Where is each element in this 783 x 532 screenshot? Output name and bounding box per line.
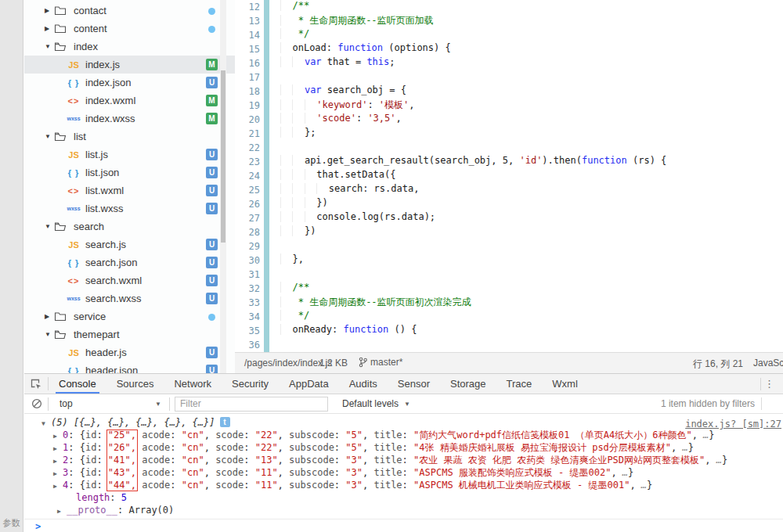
code-line[interactable] bbox=[280, 268, 783, 282]
code-line[interactable]: console.log(rs.data); bbox=[280, 211, 783, 225]
gutter-line[interactable]: 31 bbox=[235, 268, 272, 282]
gutter-line[interactable]: 23 bbox=[235, 155, 272, 169]
code-line[interactable]: 'keyword': '模板', bbox=[280, 99, 783, 113]
git-branch[interactable]: master* bbox=[359, 357, 402, 368]
tree-file-search.json[interactable]: { }search.jsonU bbox=[24, 253, 235, 271]
code-line[interactable]: onReady: function () { bbox=[280, 324, 783, 338]
tree-folder-search[interactable]: ▼search bbox=[24, 217, 235, 235]
tree-folder-content[interactable]: ▶content bbox=[24, 20, 235, 38]
code-line[interactable]: }) bbox=[280, 197, 783, 211]
scrollbar-thumb[interactable] bbox=[221, 70, 226, 243]
tree-file-list.wxss[interactable]: wxsslist.wxssU bbox=[24, 200, 235, 217]
gutter-line[interactable]: 29 bbox=[235, 239, 272, 253]
gutter-line[interactable]: 27 bbox=[235, 211, 272, 225]
tree-file-index.js[interactable]: JSindex.jsM bbox=[24, 56, 235, 74]
log-levels-selector[interactable]: Default levels ▼ bbox=[342, 398, 410, 409]
code-line[interactable] bbox=[280, 239, 783, 253]
inspect-element-button[interactable] bbox=[24, 374, 48, 394]
gutter-line[interactable]: 36 bbox=[235, 338, 272, 352]
tree-file-list.wxml[interactable]: <>list.wxmlU bbox=[24, 182, 235, 200]
console-array-item[interactable]: ▶4: {id: "44", acode: "cn", scode: "11",… bbox=[24, 479, 783, 491]
tab-wxml[interactable]: Wxml bbox=[550, 374, 579, 394]
code-line[interactable]: * 生命周期函数--监听页面初次渲染完成 bbox=[280, 296, 783, 310]
filter-input[interactable] bbox=[175, 397, 328, 412]
chevron-right-icon[interactable]: ▶ bbox=[57, 505, 67, 518]
console-prompt[interactable]: > bbox=[24, 519, 783, 532]
console-array-item[interactable]: ▶1: {id: "26", acode: "cn", scode: "22",… bbox=[24, 441, 783, 454]
params-panel-label[interactable]: 参数 bbox=[0, 517, 23, 529]
code-line[interactable]: var that = this; bbox=[280, 56, 783, 70]
code-line[interactable]: }, bbox=[280, 253, 783, 268]
gutter-line[interactable]: 24 bbox=[235, 169, 272, 183]
gutter-line[interactable]: 32 bbox=[235, 282, 272, 296]
gutter-line[interactable]: 26 bbox=[235, 197, 272, 211]
tab-audits[interactable]: Audits bbox=[348, 374, 379, 394]
code-line[interactable]: var search_obj = { bbox=[280, 84, 783, 99]
gutter-line[interactable]: 13 bbox=[235, 14, 272, 28]
tab-console[interactable]: Console bbox=[57, 374, 98, 394]
code-line[interactable]: /** bbox=[280, 0, 783, 14]
tree-file-list.js[interactable]: JSlist.jsU bbox=[24, 146, 235, 164]
gutter-line[interactable]: 28 bbox=[235, 225, 272, 239]
language-mode[interactable]: JavaScript bbox=[753, 358, 783, 368]
tab-appdata[interactable]: AppData bbox=[287, 374, 330, 394]
tree-folder-themepart[interactable]: ▼themepart bbox=[24, 325, 235, 343]
tree-file-search.wxss[interactable]: wxsssearch.wxssU bbox=[24, 289, 235, 307]
gutter-line[interactable]: 20 bbox=[235, 113, 272, 127]
code-line[interactable]: }) bbox=[280, 225, 783, 239]
tab-trace[interactable]: Trace bbox=[505, 374, 534, 394]
tab-sensor[interactable]: Sensor bbox=[396, 374, 431, 394]
code-line[interactable]: onLoad: function (options) { bbox=[280, 42, 783, 56]
console-array-item[interactable]: ▶2: {id: "41", acode: "cn", scode: "13",… bbox=[24, 454, 783, 466]
gutter-line[interactable]: 25 bbox=[235, 183, 272, 197]
code-line[interactable]: that.setData({ bbox=[280, 169, 783, 183]
code-editor[interactable]: 1213141516171819202122232425262728293031… bbox=[235, 0, 783, 352]
tree-folder-service[interactable]: ▶service bbox=[24, 307, 235, 325]
tree-file-index.wxml[interactable]: <>index.wxmlM bbox=[24, 92, 235, 110]
gutter-line[interactable]: 33 bbox=[235, 296, 272, 310]
gutter-line[interactable]: 15 bbox=[235, 42, 272, 56]
console-array-item[interactable]: ▶3: {id: "43", acode: "cn", scode: "11",… bbox=[24, 466, 783, 479]
gutter-line[interactable]: 35 bbox=[235, 324, 272, 338]
code-line[interactable]: */ bbox=[280, 310, 783, 324]
array-proto-row[interactable]: ▶__proto__: Array(0) bbox=[24, 504, 783, 516]
gutter-line[interactable]: 30 bbox=[235, 253, 272, 268]
tree-file-header.json[interactable]: { }header.jsonU bbox=[24, 361, 235, 373]
gutter-line[interactable]: 12 bbox=[235, 0, 272, 14]
devtools-menu-button[interactable]: ⋮ bbox=[760, 374, 778, 394]
tab-security[interactable]: Security bbox=[230, 374, 270, 394]
code-line[interactable]: /** bbox=[280, 282, 783, 296]
code-line[interactable] bbox=[280, 70, 783, 84]
code-line[interactable]: search: rs.data, bbox=[280, 183, 783, 197]
code-line[interactable]: }; bbox=[280, 127, 783, 141]
tree-file-index.wxss[interactable]: wxssindex.wxssM bbox=[24, 110, 235, 128]
code-line[interactable]: * 生命周期函数--监听页面加载 bbox=[280, 14, 783, 28]
code-line[interactable]: */ bbox=[280, 28, 783, 42]
console-log-message[interactable]: ▼(5) [{…}, {…}, {…}, {…}, {…}]t index.js… bbox=[24, 416, 783, 429]
tree-file-search.js[interactable]: JSsearch.jsU bbox=[24, 235, 235, 253]
code-line[interactable] bbox=[280, 141, 783, 155]
console-array-item[interactable]: ▶0: {id: "25", acode: "cn", scode: "22",… bbox=[24, 429, 783, 441]
gutter-line[interactable]: 21 bbox=[235, 127, 272, 141]
gutter-line[interactable]: 16 bbox=[235, 56, 272, 70]
tree-folder-list[interactable]: ▼list bbox=[24, 128, 235, 146]
tree-file-index.json[interactable]: { }index.jsonU bbox=[24, 74, 235, 92]
tab-storage[interactable]: Storage bbox=[449, 374, 488, 394]
gutter-line[interactable]: 19 bbox=[235, 99, 272, 113]
tree-file-header.js[interactable]: JSheader.jsU bbox=[24, 343, 235, 361]
file-tree-scrollbar[interactable] bbox=[220, 0, 226, 373]
gutter-line[interactable]: 14 bbox=[235, 28, 272, 42]
gutter-line[interactable]: 22 bbox=[235, 141, 272, 155]
tree-file-list.json[interactable]: { }list.jsonU bbox=[24, 164, 235, 182]
code-line[interactable] bbox=[280, 338, 783, 352]
code-line[interactable]: api.get_search_resault(search_obj, 5, 'i… bbox=[280, 155, 783, 169]
tab-network[interactable]: Network bbox=[172, 374, 213, 394]
tab-sources[interactable]: Sources bbox=[115, 374, 156, 394]
chevron-down-icon[interactable]: ▼ bbox=[41, 418, 51, 430]
gutter-line[interactable]: 17 bbox=[235, 70, 272, 84]
code-line[interactable]: 'scode': '3,5', bbox=[280, 113, 783, 127]
gutter-line[interactable]: 18 bbox=[235, 84, 272, 99]
tree-folder-contact[interactable]: ▶contact bbox=[24, 2, 235, 20]
editor-code[interactable]: /** * 生命周期函数--监听页面加载 */ onLoad: function… bbox=[272, 0, 783, 352]
tree-folder-index[interactable]: ▼index bbox=[24, 38, 235, 56]
